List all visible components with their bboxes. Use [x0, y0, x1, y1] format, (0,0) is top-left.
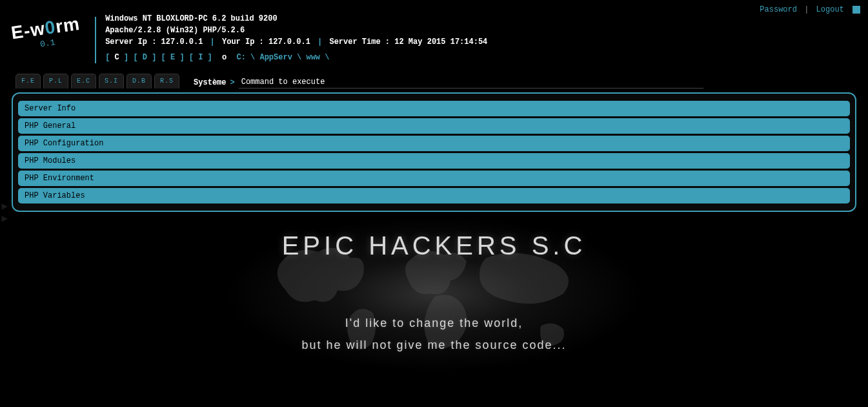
password-link[interactable]: Password — [760, 5, 797, 14]
tab-pl[interactable]: P.L — [43, 74, 68, 89]
tab-si[interactable]: S.I — [99, 74, 124, 89]
drive-item[interactable]: [ E ] — [161, 53, 189, 62]
prompt: Système > — [194, 76, 703, 89]
drive-item[interactable]: [ D ] — [133, 53, 161, 62]
logo: E-w0rm 0.1 — [10, 14, 83, 53]
hero: EPIC HACKERS S.C I'd like to change the … — [0, 231, 868, 356]
tab-fe[interactable]: F.E — [15, 74, 41, 89]
prompt-label: Système — [194, 78, 226, 87]
command-row: F.EP.LE.CS.ID.BR.S Système > — [0, 74, 868, 89]
drive-sep: o — [222, 53, 231, 62]
tab-db[interactable]: D.B — [126, 74, 152, 89]
section-php-configuration[interactable]: PHP Configuration — [18, 136, 850, 151]
topbar: Password | Logout — [760, 5, 860, 14]
drive-item[interactable]: [ I ] — [189, 53, 217, 62]
vertical-divider — [95, 17, 96, 63]
topbar-box-icon[interactable] — [853, 6, 860, 14]
tab-ec[interactable]: E.C — [71, 74, 96, 89]
section-php-environment[interactable]: PHP Environment — [18, 171, 850, 186]
section-server-info[interactable]: Server Info — [18, 101, 850, 116]
drives-row: [ C ] [ D ] [ E ] [ I ] o C: \ AppServ \… — [105, 52, 487, 63]
logout-link[interactable]: Logout — [816, 5, 844, 14]
section-php-modules[interactable]: PHP Modules — [18, 153, 850, 169]
drive-item[interactable]: [ C ] — [105, 53, 133, 62]
hero-subtitle: I'd like to change the world, but he wil… — [0, 312, 868, 356]
section-php-variables[interactable]: PHP Variables — [18, 188, 850, 204]
ip-line: Server Ip : 127.0.0.1 | Your Ip : 127.0.… — [105, 36, 487, 48]
section-php-general[interactable]: PHP General — [18, 118, 850, 134]
command-input[interactable] — [239, 76, 703, 89]
separator: | — [804, 5, 809, 14]
server-line: Apache/2.2.8 (Win32) PHP/5.2.6 — [105, 25, 487, 36]
hero-title: EPIC HACKERS S.C — [0, 231, 868, 260]
side-arrows-icon: ▸▸ — [0, 200, 9, 225]
server-info-block: Windows NT BLOXLORD-PC 6.2 build 9200 Ap… — [105, 13, 487, 63]
path-breadcrumb[interactable]: C: \ AppServ \ www \ — [236, 53, 329, 62]
header: E-w0rm 0.1 Windows NT BLOXLORD-PC 6.2 bu… — [0, 0, 868, 67]
prompt-caret-icon: > — [230, 78, 235, 87]
os-line: Windows NT BLOXLORD-PC 6.2 build 9200 — [105, 13, 487, 25]
tab-rs[interactable]: R.S — [154, 74, 179, 89]
sections-panel: Server InfoPHP GeneralPHP ConfigurationP… — [12, 92, 856, 212]
